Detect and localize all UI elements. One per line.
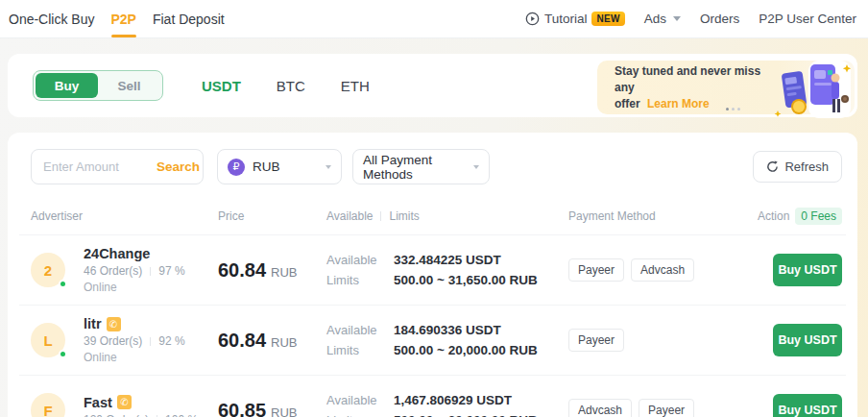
p2p-user-center-link[interactable]: P2P User Center [759, 12, 856, 26]
price-value: 60.84 [218, 259, 266, 281]
advertiser-name[interactable]: litr ✆ [84, 316, 185, 331]
advertiser-name[interactable]: 24Change [84, 246, 185, 261]
online-status-label: Online [84, 351, 185, 364]
tab-p2p[interactable]: P2P [110, 1, 135, 37]
ruble-coin-icon: ₽ [228, 159, 245, 176]
header-price: Price [218, 209, 326, 223]
offers-card: Search ₽ RUB All Payment Methods Refresh… [8, 133, 857, 417]
price-currency: RUB [271, 265, 297, 280]
coin-tabs: USDT BTC ETH [202, 78, 370, 94]
advertiser-name-text: Fast [84, 395, 112, 410]
payment-selected-value: All Payment Methods [363, 153, 473, 182]
amount-input[interactable] [32, 159, 145, 174]
amount-search-group: Search [31, 149, 204, 184]
available-limits-cell: Available 1,467.806929 USDT Limits 500.0… [326, 393, 568, 417]
buy-toggle-button[interactable]: Buy [36, 73, 98, 98]
payment-methods-cell: Payeer Advcash [568, 258, 750, 282]
header-available-limits: AvailableLimits [326, 209, 568, 223]
tab-eth[interactable]: ETH [341, 78, 370, 94]
limits-label: Limits [326, 273, 378, 287]
payment-tag: Payeer [568, 329, 624, 352]
completion-rate: 100 % [165, 413, 198, 417]
order-count: 39 Order(s) [84, 334, 142, 348]
tutorial-label: Tutorial [544, 12, 588, 26]
chevron-down-icon [326, 165, 331, 169]
advertiser-name-text: 24Change [84, 246, 150, 261]
divider [150, 267, 151, 276]
table-header: Advertiser Price AvailableLimits Payment… [19, 194, 846, 235]
divider [150, 337, 151, 346]
user-center-label: P2P User Center [759, 12, 856, 26]
price-value: 60.84 [218, 330, 266, 351]
order-count: 46 Order(s) [84, 264, 142, 278]
chevron-down-icon [673, 16, 681, 21]
sell-toggle-button[interactable]: Sell [98, 73, 160, 98]
offer-row: 2 24Change 46 Order(s) 97 % Online 60.84… [19, 235, 846, 306]
price-currency: RUB [271, 335, 297, 350]
filter-bar: Search ₽ RUB All Payment Methods Refresh [19, 133, 846, 194]
completion-rate: 97 % [158, 264, 184, 278]
payment-method-select[interactable]: All Payment Methods [352, 149, 490, 184]
avatar: F [31, 393, 65, 417]
advertiser-name[interactable]: Fast ✆ [84, 395, 198, 410]
available-value: 332.484225 USDT [394, 253, 568, 267]
buy-sell-toggle: Buy Sell [33, 70, 163, 101]
currency-select[interactable]: ₽ RUB [217, 149, 342, 184]
available-label: Available [326, 393, 378, 407]
refresh-label: Refresh [784, 159, 829, 174]
header-action: Action 0 Fees [750, 208, 842, 225]
orders-label: Orders [700, 12, 739, 26]
header-payment-method: Payment Method [568, 209, 750, 223]
header-advertiser: Advertiser [31, 209, 218, 223]
limits-label: Limits [326, 413, 378, 417]
limits-label: Limits [326, 343, 378, 357]
phone-verified-icon: ✆ [107, 317, 121, 331]
limits-value: 500.00 ~ 30,000.00 RUB [394, 413, 568, 417]
buy-usdt-button[interactable]: Buy USDT [773, 324, 842, 356]
banner-illustration [762, 57, 855, 120]
limits-value: 500.00 ~ 20,000.00 RUB [394, 343, 568, 357]
price-cell: 60.85RUB [218, 400, 326, 417]
refresh-button[interactable]: Refresh [753, 151, 842, 183]
orders-link[interactable]: Orders [700, 12, 739, 26]
payment-tag: Payeer [568, 258, 624, 282]
advertiser-stats: 120 Order(s) 100 % [84, 413, 198, 417]
online-status-label: Online [84, 281, 185, 294]
zero-fees-badge: 0 Fees [795, 208, 842, 225]
available-value: 1,467.806929 USDT [394, 393, 568, 407]
nav-tabs: One-Click Buy P2P Fiat Deposit [9, 1, 225, 37]
advertiser-stats: 46 Order(s) 97 % [84, 264, 185, 278]
available-label: Available [326, 323, 378, 337]
available-label: Available [326, 253, 378, 267]
price-value: 60.85 [218, 400, 266, 417]
buy-usdt-button[interactable]: Buy USDT [773, 254, 842, 286]
banner-carousel-dots [726, 108, 740, 110]
available-limits-cell: Available 332.484225 USDT Limits 500.00 … [326, 253, 568, 287]
offer-row: L litr ✆ 39 Order(s) 92 % Online 60.84RU… [19, 306, 846, 376]
divider [380, 211, 381, 221]
search-button[interactable]: Search [145, 159, 204, 174]
online-status-dot [59, 350, 67, 358]
payment-tag: Advcash [568, 399, 632, 417]
avatar: 2 [31, 253, 65, 287]
avatar: L [31, 323, 65, 357]
top-navigation: One-Click Buy P2P Fiat Deposit Tutorial … [0, 0, 868, 38]
tab-btc[interactable]: BTC [277, 78, 305, 94]
tutorial-link[interactable]: Tutorial NEW [525, 12, 625, 26]
payment-tag: Payeer [639, 399, 694, 417]
header-available: Available [326, 209, 373, 223]
buy-usdt-button[interactable]: Buy USDT [773, 394, 842, 417]
completion-rate: 92 % [158, 334, 184, 348]
banner-text: Stay tuned and never miss any offer Lear… [615, 63, 768, 112]
payment-methods-cell: Payeer [568, 329, 750, 352]
learn-more-link[interactable]: Learn More [647, 97, 710, 110]
avatar-letter: F [31, 393, 65, 417]
advertiser-name-text: litr [84, 316, 102, 331]
tab-fiat-deposit[interactable]: Fiat Deposit [153, 1, 225, 37]
new-badge: NEW [591, 12, 624, 26]
price-currency: RUB [271, 405, 297, 417]
ads-menu[interactable]: Ads [644, 12, 681, 26]
price-cell: 60.84RUB [218, 330, 326, 352]
tab-usdt[interactable]: USDT [202, 78, 241, 94]
tab-one-click-buy[interactable]: One-Click Buy [9, 1, 94, 37]
